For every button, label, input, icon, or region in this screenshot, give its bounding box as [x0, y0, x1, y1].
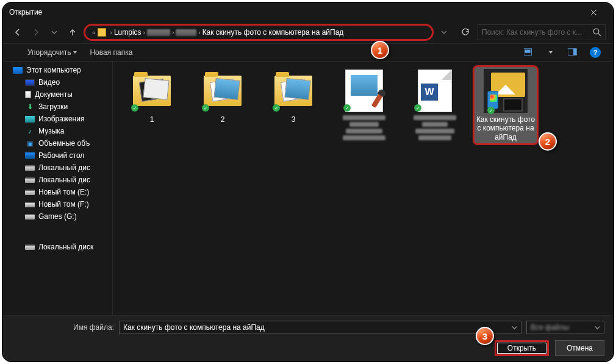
breadcrumb-segment-redacted[interactable] — [147, 29, 170, 36]
preview-pane-icon — [568, 48, 578, 57]
sync-icon: ✓ — [343, 104, 351, 112]
chevron-down-icon — [51, 29, 57, 35]
sync-icon: ✓ — [414, 104, 421, 112]
breadcrumb[interactable]: « › Lumpics › › › Как скинуть фото с ком… — [84, 24, 434, 41]
item-label: 3 — [292, 115, 296, 124]
help-icon: ? — [593, 49, 598, 56]
breadcrumb-segment[interactable]: Как скинуть фото с компьютера на айПад — [202, 28, 344, 37]
sidebar-item-drive[interactable]: Новый том (E:) — [7, 186, 112, 198]
svg-rect-2 — [525, 50, 531, 53]
sidebar-item-downloads[interactable]: ⬇Загрузки — [7, 101, 112, 113]
desktop-icon — [25, 152, 35, 159]
nav-back-button[interactable] — [10, 25, 25, 40]
new-folder-button[interactable]: Новая папка — [90, 48, 132, 57]
folder-item[interactable]: ✓ 1 — [119, 65, 185, 145]
sidebar-item-drive[interactable]: Новый том (F:) — [7, 198, 112, 210]
sidebar-item-drive[interactable]: Локальный дис — [7, 174, 112, 186]
search-input[interactable]: Поиск: Как скинуть фото с к... — [478, 24, 606, 40]
sidebar-item-videos[interactable]: Видео — [7, 76, 112, 88]
svg-point-0 — [593, 29, 599, 34]
chevron-right-icon: › — [143, 29, 145, 36]
preview-pane-button[interactable] — [568, 48, 578, 57]
open-button[interactable]: Открыть — [495, 340, 549, 356]
sidebar-item-desktop[interactable]: Рабочий стол — [7, 149, 112, 162]
refresh-button[interactable] — [457, 24, 474, 41]
word-icon: W ✓ — [413, 69, 457, 113]
drive-icon — [25, 190, 35, 195]
close-button[interactable] — [580, 3, 607, 21]
cancel-button[interactable]: Отмена — [555, 340, 604, 356]
pictures-icon — [25, 116, 35, 123]
file-type-filter[interactable]: Все файлы — [526, 321, 604, 334]
sidebar-item-pictures[interactable]: Изображения — [7, 113, 112, 125]
filename-input[interactable]: Как скинуть фото с компьютера на айПад — [119, 321, 521, 334]
drive-icon — [25, 202, 35, 207]
annotation-callout-2: 2 — [539, 132, 557, 151]
help-button[interactable]: ? — [590, 47, 601, 58]
view-dropdown[interactable] — [546, 48, 556, 57]
drive-icon — [25, 214, 35, 219]
folder-icon: ✓ — [201, 69, 245, 113]
file-list[interactable]: ✓ 1 ✓ 2 ✓ 3 — [113, 62, 613, 315]
folder-icon: ✓ — [130, 69, 174, 113]
breadcrumb-segment[interactable]: Lumpics — [114, 28, 141, 37]
nav-forward-button[interactable] — [29, 25, 43, 40]
drive-icon — [25, 165, 35, 171]
image-thumbnail: ✓ — [484, 69, 528, 113]
sync-icon: ✓ — [273, 104, 280, 112]
sidebar-item-drive[interactable]: Локальный диск — [7, 241, 112, 253]
item-label: 2 — [221, 115, 225, 124]
drive-icon — [25, 244, 35, 250]
item-label-redacted — [343, 115, 385, 140]
sidebar-item-music[interactable]: ♪Музыка — [7, 125, 112, 137]
sidebar-item-drive[interactable]: Локальный дис — [7, 162, 112, 174]
sidebar-item-documents[interactable]: Документы — [7, 88, 112, 101]
image-item-selected[interactable]: ✓ Как скинуть фото с компьютера на айПад — [473, 65, 539, 145]
chevron-down-icon — [595, 325, 600, 330]
filename-label: Имя файла: — [12, 323, 114, 332]
search-placeholder: Поиск: Как скинуть фото с к... — [482, 28, 590, 37]
document-icon — [25, 91, 31, 98]
image-item[interactable]: ✓ — [331, 65, 397, 145]
open-file-dialog: Открытие « › Lumpics › › › Как скину — [3, 3, 613, 361]
caret-down-icon — [548, 50, 553, 55]
bottom-bar: Имя файла: Как скинуть фото с компьютера… — [3, 315, 613, 361]
navbar: « › Lumpics › › › Как скинуть фото с ком… — [3, 21, 613, 43]
search-icon — [593, 28, 601, 37]
item-label: 1 — [150, 115, 154, 124]
folder-item[interactable]: ✓ 3 — [260, 65, 326, 145]
body: Этот компьютер Видео Документы ⬇Загрузки… — [3, 62, 613, 315]
sidebar-item-drive[interactable]: Games (G:) — [7, 210, 112, 223]
caret-down-icon — [73, 50, 77, 55]
nav-recent-button[interactable] — [47, 25, 62, 40]
chevron-left-double-icon: « — [92, 29, 96, 36]
breadcrumb-segment-redacted[interactable] — [176, 29, 196, 36]
nav-up-button[interactable] — [65, 25, 80, 40]
view-button[interactable] — [524, 48, 534, 57]
folder-item[interactable]: ✓ 2 — [190, 65, 256, 145]
organize-button[interactable]: Упорядочить — [27, 48, 77, 57]
arrow-left-icon — [13, 28, 22, 37]
chevron-right-icon: › — [110, 29, 112, 36]
annotation-callout-3: 3 — [476, 327, 494, 345]
arrow-right-icon — [32, 28, 40, 37]
sidebar-item-this-pc[interactable]: Этот компьютер — [7, 64, 112, 76]
download-icon: ⬇ — [25, 102, 35, 111]
breadcrumb-dropdown[interactable] — [437, 24, 451, 41]
close-icon — [590, 9, 597, 16]
toolbar: Упорядочить Новая папка ? — [3, 43, 613, 62]
folder-icon — [98, 28, 106, 37]
sync-icon: ✓ — [202, 104, 209, 112]
folder-icon: ✓ — [271, 69, 315, 113]
chevron-right-icon: › — [172, 29, 174, 36]
titlebar: Открытие — [3, 3, 613, 21]
annotation-callout-1: 1 — [371, 41, 389, 59]
music-icon: ♪ — [25, 127, 35, 135]
document-item[interactable]: W ✓ — [402, 65, 468, 145]
chevron-down-icon — [512, 325, 517, 330]
cube-icon: ▣ — [25, 139, 35, 148]
sidebar: Этот компьютер Видео Документы ⬇Загрузки… — [3, 62, 113, 315]
video-icon — [25, 79, 35, 86]
chevron-down-icon — [441, 29, 447, 35]
sidebar-item-3d[interactable]: ▣Объемные объ — [7, 137, 112, 149]
